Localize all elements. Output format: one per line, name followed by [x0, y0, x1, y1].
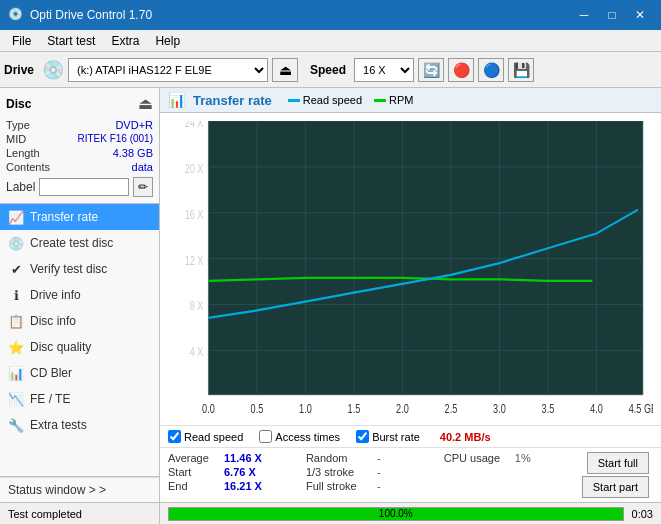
nav-cd-bler[interactable]: 📊 CD Bler — [0, 360, 159, 386]
contents-label: Contents — [6, 161, 50, 173]
chart-title: Transfer rate — [193, 93, 272, 108]
menu-start-test[interactable]: Start test — [39, 32, 103, 50]
nav-drive-info[interactable]: ℹ Drive info — [0, 282, 159, 308]
start-part-button[interactable]: Start part — [582, 476, 649, 498]
drive-select[interactable]: (k:) ATAPI iHAS122 F EL9E — [68, 58, 268, 82]
svg-text:0.5: 0.5 — [251, 401, 264, 415]
one-third-label: 1/3 stroke — [306, 466, 371, 478]
stats-col-2: Random - 1/3 stroke - Full stroke - — [306, 452, 444, 498]
read-speed-check-label: Read speed — [184, 431, 243, 443]
speed-select[interactable]: 16 X — [354, 58, 414, 82]
svg-text:20 X: 20 X — [185, 161, 204, 175]
menu-file[interactable]: File — [4, 32, 39, 50]
legend-rpm: RPM — [374, 94, 413, 106]
menu-help[interactable]: Help — [147, 32, 188, 50]
main-layout: Disc ⏏ Type DVD+R MID RITEK F16 (001) Le… — [0, 88, 661, 502]
start-full-button[interactable]: Start full — [587, 452, 649, 474]
disc-quality-icon: ⭐ — [8, 339, 24, 355]
legend-rpm-label: RPM — [389, 94, 413, 106]
read-speed-check-input[interactable] — [168, 430, 181, 443]
average-value: 11.46 X — [224, 452, 269, 464]
disc-panel-title: Disc — [6, 97, 31, 111]
extra-tests-icon: 🔧 — [8, 417, 24, 433]
svg-text:12 X: 12 X — [185, 253, 204, 267]
eject-button[interactable]: ⏏ — [272, 58, 298, 82]
average-label: Average — [168, 452, 218, 464]
nav-cd-bler-label: CD Bler — [30, 366, 72, 380]
length-label: Length — [6, 147, 40, 159]
svg-text:4.5 GB: 4.5 GB — [629, 401, 653, 415]
status-window-item[interactable]: Status window > > — [0, 477, 159, 502]
label-edit-button[interactable]: ✏ — [133, 177, 153, 197]
settings-btn1[interactable]: 🔴 — [448, 58, 474, 82]
length-value: 4.38 GB — [113, 147, 153, 159]
burst-rate-check-label: Burst rate — [372, 431, 420, 443]
read-speed-checkbox[interactable]: Read speed — [168, 430, 243, 443]
minimize-button[interactable]: ─ — [571, 5, 597, 25]
nav-disc-info[interactable]: 📋 Disc info — [0, 308, 159, 334]
burst-rate-checkbox[interactable]: Burst rate — [356, 430, 420, 443]
app-title: Opti Drive Control 1.70 — [30, 8, 571, 22]
sidebar: Disc ⏏ Type DVD+R MID RITEK F16 (001) Le… — [0, 88, 160, 502]
mid-value: RITEK F16 (001) — [77, 133, 153, 145]
status-bar: Test completed 100.0% 0:03 — [0, 502, 661, 524]
legend-rpm-color — [374, 99, 386, 102]
save-button[interactable]: 💾 — [508, 58, 534, 82]
drive-info-icon: ℹ — [8, 287, 24, 303]
mid-label: MID — [6, 133, 26, 145]
nav-disc-quality[interactable]: ⭐ Disc quality — [0, 334, 159, 360]
end-label: End — [168, 480, 218, 492]
svg-text:16 X: 16 X — [185, 207, 204, 221]
nav-disc-info-label: Disc info — [30, 314, 76, 328]
disc-eject-icon[interactable]: ⏏ — [138, 94, 153, 113]
svg-text:2.5: 2.5 — [445, 401, 458, 415]
nav-verify-test-disc-label: Verify test disc — [30, 262, 107, 276]
app-icon: 💿 — [8, 7, 24, 23]
maximize-button[interactable]: □ — [599, 5, 625, 25]
random-row: Random - — [306, 452, 444, 464]
menu-extra[interactable]: Extra — [103, 32, 147, 50]
verify-disc-icon: ✔ — [8, 261, 24, 277]
burst-rate-check-input[interactable] — [356, 430, 369, 443]
speed-label: Speed — [310, 63, 346, 77]
label-label: Label — [6, 180, 35, 194]
svg-text:3.5: 3.5 — [542, 401, 555, 415]
nav-fe-te[interactable]: 📉 FE / TE — [0, 386, 159, 412]
content-area: 📊 Transfer rate Read speed RPM — [160, 88, 661, 502]
nav-fe-te-label: FE / TE — [30, 392, 70, 406]
close-button[interactable]: ✕ — [627, 5, 653, 25]
status-message: Test completed — [8, 508, 82, 520]
svg-text:4.0: 4.0 — [590, 401, 603, 415]
nav-transfer-rate[interactable]: 📈 Transfer rate — [0, 204, 159, 230]
full-stroke-row: Full stroke - — [306, 480, 444, 492]
end-value: 16.21 X — [224, 480, 269, 492]
window-controls: ─ □ ✕ — [571, 5, 653, 25]
nav-verify-test-disc[interactable]: ✔ Verify test disc — [0, 256, 159, 282]
svg-text:1.0: 1.0 — [299, 401, 312, 415]
settings-btn2[interactable]: 🔵 — [478, 58, 504, 82]
svg-rect-0 — [208, 121, 642, 395]
refresh-button[interactable]: 🔄 — [418, 58, 444, 82]
cd-bler-icon: 📊 — [8, 365, 24, 381]
nav-create-test-disc-label: Create test disc — [30, 236, 113, 250]
access-times-checkbox[interactable]: Access times — [259, 430, 340, 443]
progress-section: 100.0% — [160, 507, 632, 521]
start-value: 6.76 X — [224, 466, 269, 478]
nav-extra-tests[interactable]: 🔧 Extra tests — [0, 412, 159, 438]
time-display: 0:03 — [632, 508, 661, 520]
chart-title-icon: 📊 — [168, 92, 185, 108]
stats-area: Average 11.46 X Start 6.76 X End 16.21 X… — [160, 447, 661, 502]
label-input[interactable] — [39, 178, 129, 196]
nav-transfer-rate-label: Transfer rate — [30, 210, 98, 224]
one-third-row: 1/3 stroke - — [306, 466, 444, 478]
toolbar: Drive 💿 (k:) ATAPI iHAS122 F EL9E ⏏ Spee… — [0, 52, 661, 88]
nav-create-test-disc[interactable]: 💿 Create test disc — [0, 230, 159, 256]
svg-text:8 X: 8 X — [190, 299, 204, 313]
stats-col-1: Average 11.46 X Start 6.76 X End 16.21 X — [168, 452, 306, 498]
status-text: Test completed — [0, 503, 160, 524]
type-label: Type — [6, 119, 30, 131]
access-times-check-input[interactable] — [259, 430, 272, 443]
progress-bar-container: 100.0% — [168, 507, 624, 521]
disc-panel: Disc ⏏ Type DVD+R MID RITEK F16 (001) Le… — [0, 88, 159, 204]
burst-rate-value: 40.2 MB/s — [440, 431, 491, 443]
